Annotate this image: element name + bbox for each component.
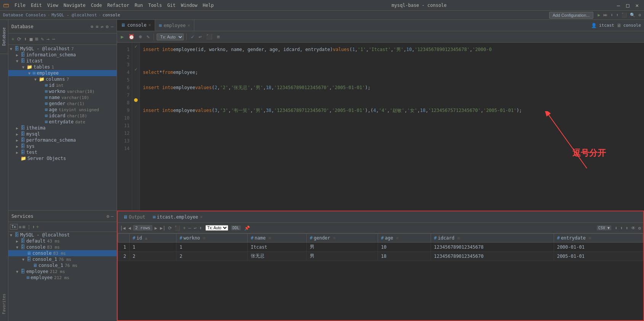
close-button[interactable]: ✕: [633, 2, 641, 8]
col-workno[interactable]: #workno ≡: [176, 234, 248, 243]
menu-help[interactable]: Help: [200, 2, 216, 9]
pin-results-icon[interactable]: 📌: [244, 225, 251, 232]
vertical-tab-database[interactable]: Database: [0, 20, 8, 54]
tree-item-col-entrydate[interactable]: ▶ ⊞ entrydate date: [8, 119, 117, 125]
upload-btn[interactable]: ⬆: [23, 35, 28, 43]
csv-export[interactable]: CSV ▼: [597, 225, 611, 230]
revert-icon[interactable]: ↩: [193, 225, 197, 232]
last-page-icon[interactable]: ▶|: [159, 225, 166, 232]
next-page-icon[interactable]: ▶: [154, 225, 158, 232]
col-idcard[interactable]: #idcard ≡: [431, 234, 554, 243]
tree-item-mysql[interactable]: ▶ 🗄 mysql: [8, 131, 117, 137]
schedule-button[interactable]: ⏰: [127, 33, 136, 40]
col-name[interactable]: #name ≡: [248, 234, 307, 243]
commit-button[interactable]: ✓: [189, 33, 195, 40]
settings-icon[interactable]: ⚙: [638, 13, 641, 18]
edit-btn[interactable]: ✎: [40, 35, 45, 43]
refresh-btn[interactable]: ⟳: [16, 35, 22, 43]
run-icon[interactable]: ▶: [598, 13, 601, 18]
tree-item-col-gender[interactable]: ▶ ⊞ gender char(1): [8, 101, 117, 107]
run-button[interactable]: ▶: [119, 33, 125, 40]
tree-item-col-id[interactable]: ▶ ⊞ id int: [8, 82, 117, 88]
stop-results-icon[interactable]: ⬛: [174, 225, 181, 232]
grid-btn[interactable]: ⊞: [34, 35, 39, 43]
col-gender[interactable]: #gender ≡: [306, 234, 378, 243]
arrow-btn[interactable]: →: [46, 35, 50, 43]
maximize-results-icon[interactable]: ⬆: [625, 225, 629, 232]
menu-git[interactable]: Git: [165, 2, 178, 9]
gear-icon[interactable]: ⚙: [106, 24, 109, 29]
tree-item-itheima[interactable]: ▶ 🗄 itheima: [8, 125, 117, 131]
first-page-icon[interactable]: |◀: [119, 225, 126, 232]
tree-item-col-workno[interactable]: ▶ ⊞ workno varchar(10): [8, 88, 117, 94]
maximize-button[interactable]: □: [624, 2, 631, 8]
add-row-icon[interactable]: +: [182, 225, 186, 232]
menu-view[interactable]: View: [45, 2, 61, 9]
services-tree-mysql[interactable]: ▼ 🗄 MySQL - @localhost: [8, 232, 117, 238]
services-tree-console1-group[interactable]: ▼ 🗄 console_1 76 ms: [8, 256, 117, 262]
add-service-icon[interactable]: +: [36, 224, 39, 230]
filter-icon[interactable]: ⬆: [32, 224, 35, 230]
stop-btn[interactable]: ■: [29, 35, 34, 43]
tree-item-sys[interactable]: ▶ 🗄 sys: [8, 143, 117, 149]
services-tree-console-group[interactable]: ▼ 🗄 console 83 ms: [8, 244, 117, 250]
tree-item-itcast[interactable]: ▼ 🗄 itcast: [8, 58, 117, 64]
tx-select[interactable]: Tx: Auto: [157, 34, 184, 40]
menu-window[interactable]: Window: [179, 2, 200, 9]
employee-tab-close[interactable]: ✕: [187, 23, 190, 28]
tree-icon[interactable]: ⋮: [27, 224, 31, 230]
tree-item-test[interactable]: ▶ 🗄 test: [8, 149, 117, 155]
ddl-button[interactable]: DDL: [231, 225, 241, 230]
breadcrumb-item-1[interactable]: Database Consoles: [3, 13, 46, 18]
col-id[interactable]: #id ▲: [130, 234, 176, 243]
collapse-icon[interactable]: —: [111, 24, 114, 29]
menu-navigate[interactable]: Navigate: [61, 2, 88, 9]
format-button[interactable]: ✎: [145, 33, 151, 40]
rollback-button[interactable]: ↩: [197, 33, 203, 40]
menu-code[interactable]: Code: [89, 2, 104, 9]
minimize-button[interactable]: —: [615, 2, 622, 8]
editor-tab-console[interactable]: 🖥 console ✕: [117, 20, 155, 31]
more-btn[interactable]: ⋯: [51, 35, 56, 43]
results-tab-employee[interactable]: ⊞ itcast.employee ✕: [150, 214, 205, 220]
services-tree-console-active[interactable]: ▶ 🖥 console 83 ms: [8, 250, 117, 256]
group-icon[interactable]: ⊞: [22, 224, 25, 230]
services-tree-default[interactable]: ▶ 🗄 default 43 ms: [8, 238, 117, 244]
code-content[interactable]: insert into employee(id, workno, name, g…: [140, 43, 644, 211]
services-minimize-icon[interactable]: —: [111, 214, 114, 219]
breadcrumb-item-2[interactable]: MySQL - @localhost: [51, 13, 97, 18]
services-tree-employee-group[interactable]: ▼ 🗄 employee 212 ms: [8, 268, 117, 275]
list-icon[interactable]: ≡: [96, 24, 98, 29]
step-into-icon[interactable]: ⬇: [610, 13, 613, 18]
filter-icon[interactable]: ⇌: [101, 24, 103, 29]
align-icon[interactable]: ≡: [19, 224, 21, 230]
editor-tab-employee[interactable]: ⊞ employee ✕: [155, 20, 194, 31]
menu-run[interactable]: Run: [132, 2, 145, 9]
tree-item-columns[interactable]: ▼ 📁 columns 7: [8, 76, 117, 82]
pin-button[interactable]: ⊕: [138, 33, 144, 40]
results-tab-output[interactable]: 🖥 Output: [120, 214, 148, 220]
vertical-tab-favorites[interactable]: Favorites: [0, 287, 8, 321]
col-entrydate[interactable]: #entrydate ≡: [554, 234, 643, 243]
results-settings-icon[interactable]: ⚙: [638, 225, 642, 232]
tx-select-results[interactable]: Tx: Auto: [205, 225, 228, 231]
step-out-icon[interactable]: ⬆: [616, 13, 619, 18]
plus-icon[interactable]: ⊕: [91, 24, 93, 29]
menu-tools[interactable]: Tools: [146, 2, 164, 9]
services-tree-employee[interactable]: ▶ ⊞ employee 212 ms: [8, 275, 117, 281]
employee-result-close[interactable]: ✕: [200, 214, 203, 219]
search-icon[interactable]: 🔍: [630, 13, 635, 18]
upload-results-icon[interactable]: ⬆: [619, 225, 623, 232]
tree-item-col-name[interactable]: ▶ ⊞ name varchar(10): [8, 94, 117, 101]
services-tree-console1[interactable]: ▶ 🖥 console_1 76 ms: [8, 262, 117, 268]
breadcrumb-item-3[interactable]: console: [103, 13, 120, 18]
add-btn[interactable]: +: [11, 35, 15, 43]
tree-item-col-age[interactable]: ▶ ⊞ age tinyint unsigned: [8, 107, 117, 113]
tree-item-mysql-root[interactable]: ▼ 🗄 MySQL - @localhost 7: [8, 46, 117, 52]
tree-item-tables[interactable]: ▼ 📁 tables 1: [8, 64, 117, 70]
download-icon[interactable]: ⬇: [614, 225, 618, 232]
refresh-results-icon[interactable]: ⟳: [167, 225, 173, 232]
menu-refactor[interactable]: Refactor: [105, 2, 131, 9]
add-configuration-button[interactable]: Add Configuration...: [549, 12, 593, 19]
eye-icon[interactable]: 👁: [630, 225, 636, 232]
